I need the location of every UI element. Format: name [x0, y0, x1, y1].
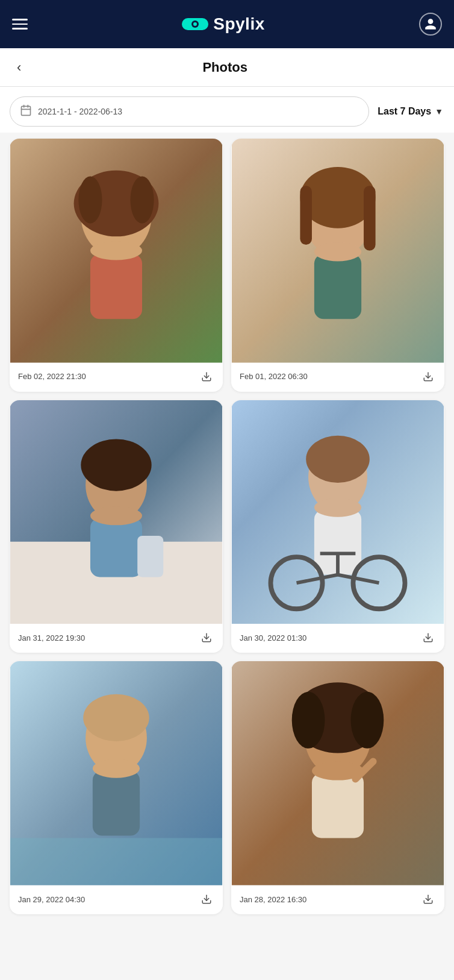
- photo-card-footer: Jan 29, 2022 04:30: [10, 885, 223, 914]
- photo-card: Feb 02, 2022 21:30: [10, 139, 223, 392]
- svg-point-34: [306, 435, 370, 482]
- logo: Spylix: [182, 14, 264, 34]
- svg-point-14: [90, 241, 142, 260]
- photo-card-footer: Jan 31, 2022 19:30: [10, 624, 223, 653]
- svg-rect-28: [90, 518, 142, 577]
- photo-card-footer: Feb 01, 2022 06:30: [231, 363, 444, 392]
- app-container: Spylix ‹ Photos 2021-1-1 - 2022-06-13: [0, 0, 454, 980]
- svg-rect-21: [314, 254, 361, 319]
- logo-icon: [182, 16, 208, 33]
- photo-card-footer: Jan 28, 2022 16:30: [231, 885, 444, 914]
- svg-point-2: [193, 22, 197, 26]
- photo-card: Jan 31, 2022 19:30: [10, 400, 223, 653]
- days-filter-label: Last 7 Days: [378, 106, 431, 117]
- download-button[interactable]: [199, 630, 214, 645]
- svg-rect-49: [10, 838, 222, 885]
- logo-text: Spylix: [213, 14, 264, 34]
- back-button[interactable]: ‹: [12, 57, 26, 78]
- svg-point-36: [314, 498, 361, 517]
- photo-card-footer: Jan 30, 2022 01:30: [231, 624, 444, 653]
- svg-rect-13: [90, 254, 142, 319]
- photo-image-4[interactable]: [231, 400, 444, 624]
- svg-rect-4: [22, 106, 31, 115]
- download-button[interactable]: [420, 369, 436, 385]
- date-range-value: 2021-1-1 - 2022-06-13: [38, 107, 122, 116]
- date-range-picker[interactable]: 2021-1-1 - 2022-06-13: [10, 96, 369, 127]
- svg-rect-29: [137, 536, 163, 577]
- svg-point-11: [78, 177, 102, 224]
- photo-image-5[interactable]: [10, 661, 223, 885]
- photo-timestamp: Jan 31, 2022 19:30: [18, 633, 85, 642]
- photo-timestamp: Jan 30, 2022 01:30: [240, 633, 306, 642]
- download-button[interactable]: [420, 891, 436, 907]
- download-button[interactable]: [199, 369, 214, 385]
- svg-point-46: [83, 694, 149, 741]
- photo-card: Jan 30, 2022 01:30: [231, 400, 444, 653]
- svg-point-55: [351, 692, 384, 749]
- svg-rect-56: [312, 773, 364, 838]
- photo-card: Jan 29, 2022 04:30: [10, 661, 223, 914]
- photo-timestamp: Feb 02, 2022 21:30: [18, 372, 86, 381]
- photo-timestamp: Jan 28, 2022 16:30: [240, 895, 306, 904]
- photo-timestamp: Jan 29, 2022 04:30: [18, 895, 85, 904]
- svg-point-27: [81, 439, 151, 491]
- photo-image-3[interactable]: [10, 400, 223, 624]
- user-icon: [424, 17, 437, 31]
- svg-rect-19: [300, 186, 312, 245]
- chevron-down-icon: ▼: [435, 107, 443, 116]
- profile-button[interactable]: [419, 13, 442, 36]
- photo-card: Feb 01, 2022 06:30: [231, 139, 444, 392]
- download-button[interactable]: [420, 630, 436, 645]
- svg-point-12: [130, 177, 154, 224]
- svg-rect-47: [93, 771, 140, 836]
- photo-image-1[interactable]: [10, 139, 223, 363]
- photo-image-2[interactable]: [231, 139, 444, 363]
- photo-card-footer: Feb 02, 2022 21:30: [10, 363, 223, 392]
- svg-point-54: [292, 692, 325, 749]
- svg-point-48: [93, 759, 140, 778]
- photo-timestamp: Feb 01, 2022 06:30: [240, 372, 308, 381]
- filter-bar: 2021-1-1 - 2022-06-13 Last 7 Days ▼: [0, 87, 454, 133]
- photo-grid: Feb 02, 2022 21:30 Feb 01, 2022 06:30 Ja…: [0, 133, 454, 926]
- svg-rect-20: [364, 186, 376, 251]
- page-title: Photos: [26, 60, 424, 75]
- photo-image-6[interactable]: [231, 661, 444, 885]
- download-button[interactable]: [199, 891, 214, 907]
- menu-button[interactable]: [12, 19, 28, 30]
- svg-point-30: [90, 506, 142, 525]
- days-filter-dropdown[interactable]: Last 7 Days ▼: [376, 104, 444, 119]
- photo-card: Jan 28, 2022 16:30: [231, 661, 444, 914]
- calendar-icon: [20, 104, 32, 119]
- header: Spylix: [0, 0, 454, 48]
- nav-bar: ‹ Photos: [0, 48, 454, 87]
- svg-point-22: [314, 242, 361, 261]
